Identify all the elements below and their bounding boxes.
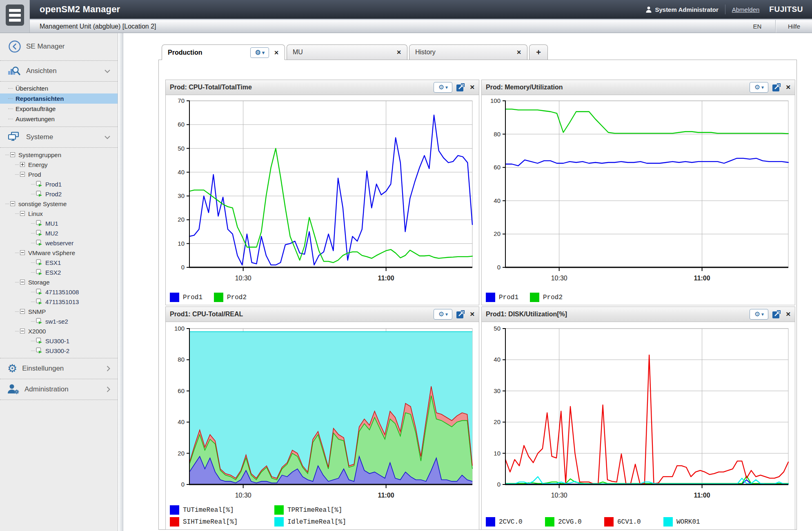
sidebar-section-einstellungen[interactable]: ⚙ Einstellungen	[0, 358, 118, 379]
app-title: openSM2 Manager	[40, 4, 120, 15]
panel-cpu-total-real: Prod1: CPU-Total/REAL ⚙ ▾ ✕ 020406080100…	[165, 307, 479, 530]
sidebar-section-systeme[interactable]: Systeme	[0, 127, 118, 147]
tree-item-label: ESX1	[45, 259, 61, 266]
dropdown-arrow-icon: ▾	[761, 312, 764, 317]
sidebar-item-se-manager[interactable]: SE Manager	[0, 33, 118, 60]
svg-text:80: 80	[494, 131, 501, 138]
logout-link[interactable]: Abmelden	[732, 6, 760, 13]
tree-item-systemgruppen[interactable]: Systemgruppen	[0, 150, 118, 160]
open-external-icon[interactable]	[456, 310, 465, 318]
legend-swatch	[486, 517, 495, 527]
tree-item-storage[interactable]: Storage	[0, 277, 118, 287]
legend-label: 2CVG.0	[558, 518, 582, 526]
sidebar-section-ansichten[interactable]: Ansichten	[0, 61, 118, 81]
tab-close-icon[interactable]: ✕	[516, 49, 521, 56]
tree-item-snmp[interactable]: SNMP	[0, 307, 118, 316]
collapse-icon[interactable]	[20, 329, 25, 333]
dropdown-arrow-icon: ▾	[445, 85, 448, 90]
tree-item-su300-1[interactable]: SU300-1	[0, 336, 118, 346]
tree-item-prod2[interactable]: Prod2	[0, 189, 118, 199]
sidebar-item-exportauftr-ge[interactable]: Exportaufträge	[0, 104, 118, 114]
tree-connector	[31, 194, 35, 194]
collapse-icon[interactable]	[20, 309, 25, 314]
tab-label: Production	[168, 49, 250, 56]
tab-production[interactable]: Production ⚙ ▾ ✕	[162, 44, 285, 60]
sidebar-item--bersichten[interactable]: Übersichten	[0, 83, 118, 93]
chart-canvas: 01020304050607010:3011:00	[166, 95, 479, 287]
tab-close-icon[interactable]: ✕	[274, 49, 279, 56]
legend-swatch	[663, 517, 673, 527]
tree-item-su300-2[interactable]: SU300-2	[0, 346, 118, 355]
sidebar-divider	[0, 400, 118, 400]
panel-close-icon[interactable]: ✕	[469, 84, 475, 91]
tree-item-esx2[interactable]: ESX2	[0, 267, 118, 277]
tree-item-prod[interactable]: Prod	[0, 169, 118, 179]
tab-history[interactable]: History ✕	[409, 44, 527, 60]
panel-gear-menu-button[interactable]: ⚙ ▾	[434, 82, 452, 93]
tree-item-mu1[interactable]: MU1	[0, 218, 118, 228]
panel-close-icon[interactable]: ✕	[469, 311, 475, 318]
panel-title: Prod1: CPU-Total/REAL	[170, 311, 429, 318]
settings-gear-icon: ⚙	[7, 363, 17, 374]
collapse-icon[interactable]	[10, 201, 15, 206]
gear-icon: ⚙	[754, 311, 760, 318]
tree-item-esx1[interactable]: ESX1	[0, 258, 118, 267]
tab-close-icon[interactable]: ✕	[396, 49, 401, 56]
system-tree: SystemgruppenEnergyProdProd1Prod2sonstig…	[0, 148, 118, 358]
tree-item-mu2[interactable]: MU2	[0, 228, 118, 238]
panel-close-icon[interactable]: ✕	[785, 311, 791, 318]
tree-item-prod1[interactable]: Prod1	[0, 179, 118, 189]
tab-gear-menu-button[interactable]: ⚙ ▾	[250, 47, 269, 58]
user-menu[interactable]: System Administrator	[645, 6, 718, 13]
open-external-icon[interactable]	[772, 83, 781, 91]
hamburger-menu-icon[interactable]	[6, 4, 24, 26]
legend-swatch	[214, 293, 223, 302]
panel-gear-menu-button[interactable]: ⚙ ▾	[750, 309, 768, 320]
tree-item-label: SU300-2	[45, 347, 69, 354]
collapse-icon[interactable]	[20, 250, 25, 255]
panel-header: Prod1: CPU-Total/REAL ⚙ ▾ ✕	[166, 307, 479, 322]
tree-item-4711351008[interactable]: 4711351008	[0, 287, 118, 297]
tab-label: MU	[293, 49, 392, 56]
sidebar-item-reportansichten[interactable]: Reportansichten	[0, 93, 118, 104]
tree-item-sw1-se2[interactable]: sw1-se2	[0, 316, 118, 326]
tree-item-webserver[interactable]: webserver	[0, 238, 118, 248]
svg-text:50: 50	[178, 145, 185, 152]
tree-connector	[31, 341, 35, 341]
legend-swatch	[274, 517, 284, 527]
panel-gear-menu-button[interactable]: ⚙ ▾	[434, 309, 452, 320]
sidebar-splitter[interactable]	[118, 33, 123, 531]
collapse-icon[interactable]	[20, 211, 25, 216]
tree-item-x2000[interactable]: X2000	[0, 326, 118, 336]
panel-close-icon[interactable]: ✕	[785, 84, 791, 91]
tree-connector	[5, 204, 9, 204]
panel-gear-menu-button[interactable]: ⚙ ▾	[750, 82, 768, 93]
svg-text:40: 40	[178, 169, 185, 176]
collapse-icon[interactable]	[20, 172, 25, 177]
tab-mu[interactable]: MU ✕	[287, 44, 407, 60]
expand-icon[interactable]	[20, 162, 25, 167]
add-tab-button[interactable]: +	[529, 44, 548, 60]
sidebar-item-auswertungen[interactable]: Auswertungen	[0, 114, 118, 124]
tree-item-4711351013[interactable]: 4711351013	[0, 297, 118, 307]
panel-header: Prod: Memory/Utilization ⚙ ▾ ✕	[482, 80, 795, 95]
views-list: ÜbersichtenReportansichtenExportaufträge…	[0, 82, 118, 127]
legend-label: Prod2	[227, 294, 247, 301]
tree-item-sonstige-systeme[interactable]: sonstige Systeme	[0, 199, 118, 209]
open-external-icon[interactable]	[456, 83, 465, 91]
tree-connector	[31, 321, 35, 322]
ansichten-label: Ansichten	[26, 67, 57, 75]
administration-icon	[7, 384, 20, 395]
tree-item-linux[interactable]: Linux	[0, 209, 118, 218]
open-external-icon[interactable]	[772, 310, 781, 318]
tree-item-label: Prod2	[45, 191, 62, 198]
sidebar-section-administration[interactable]: Administration	[0, 379, 118, 400]
system-icon	[36, 230, 42, 236]
tree-item-energy[interactable]: Energy	[0, 160, 118, 169]
help-link[interactable]: Hilfe	[776, 20, 812, 33]
tree-item-vmware-vsphere[interactable]: VMware vSphere	[0, 248, 118, 258]
dashboard-container: Prod: CPU-Total/TotalTime ⚙ ▾ ✕ 01020304…	[158, 60, 797, 530]
language-switch[interactable]: EN	[739, 20, 776, 33]
collapse-icon[interactable]	[20, 280, 25, 284]
collapse-icon[interactable]	[10, 152, 15, 157]
